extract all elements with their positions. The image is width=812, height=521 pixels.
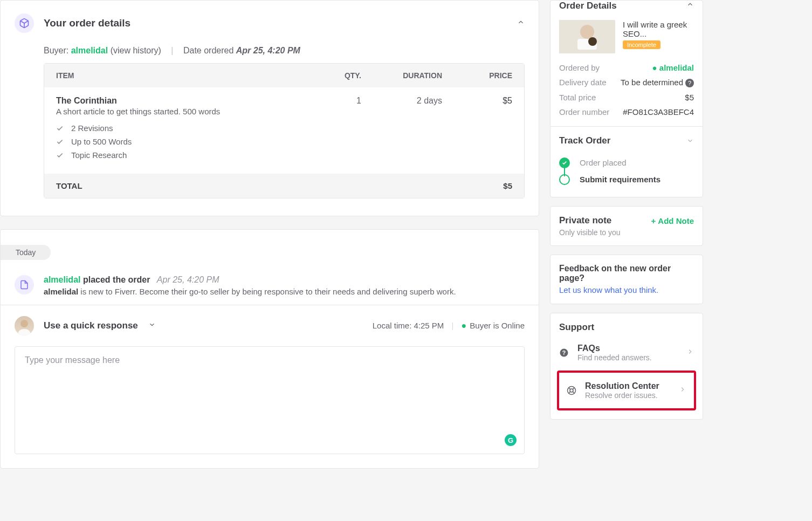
sidebar-order-details-title: Order Details — [559, 1, 617, 11]
svg-point-1 — [20, 320, 28, 327]
step-complete-icon — [559, 157, 570, 168]
buyer-label: Buyer: — [44, 46, 68, 55]
order-details-sidebar: Order Details I will write a greek SEO..… — [550, 0, 703, 197]
item-name: The Corinthian — [56, 96, 313, 106]
order-status-badge: Incomplete — [623, 40, 660, 49]
lifebuoy-icon — [567, 386, 576, 395]
item-feature: Topic Research — [56, 150, 313, 160]
date-separator: Today — [1, 245, 51, 260]
activity-buyer-link[interactable]: almelidal — [44, 275, 80, 284]
document-icon — [15, 275, 34, 294]
new-buyer-tip: is new to Fiverr. Become their go-to sel… — [78, 287, 456, 296]
message-input[interactable] — [25, 355, 514, 442]
activity-entry: almelidal placed the order Apr 25, 4:20 … — [1, 270, 539, 305]
order-number-value: #FO81C3A3BEFC4 — [623, 107, 694, 116]
buyer-info-row: Buyer: almelidal (view history) | Date o… — [44, 46, 525, 56]
question-circle-icon: ? — [559, 348, 569, 358]
online-indicator-icon: ● — [462, 321, 467, 330]
message-box: G — [15, 346, 525, 454]
feedback-title: Feedback on the new order page? — [559, 264, 694, 283]
svg-line-11 — [573, 392, 574, 393]
svg-line-13 — [569, 392, 570, 393]
total-label: TOTAL — [56, 181, 442, 190]
add-note-button[interactable]: + Add Note — [651, 216, 694, 225]
col-price-header: PRICE — [442, 71, 512, 80]
svg-line-12 — [573, 388, 574, 389]
private-note-title: Private note — [559, 215, 611, 226]
seller-avatar — [15, 316, 34, 335]
view-history-link[interactable]: (view history) — [111, 46, 161, 55]
ordered-by-link[interactable]: almelidal — [659, 63, 694, 72]
item-duration: 2 days — [361, 96, 442, 164]
chevron-down-icon[interactable] — [686, 137, 694, 145]
plus-icon: + — [651, 216, 656, 225]
check-icon — [56, 125, 64, 132]
support-title: Support — [559, 322, 694, 333]
quick-response-dropdown[interactable]: Use a quick response — [44, 320, 156, 331]
svg-point-3 — [580, 25, 594, 39]
total-price-label: Total price — [559, 93, 596, 102]
check-icon — [56, 152, 64, 159]
local-time-label: Local time: — [373, 321, 412, 330]
private-note-card: Private note + Add Note Only visible to … — [550, 206, 703, 246]
chevron-right-icon — [686, 348, 694, 358]
item-price: $5 — [442, 96, 512, 164]
svg-point-5 — [588, 37, 597, 46]
chevron-up-icon[interactable] — [686, 1, 694, 8]
gig-thumbnail[interactable] — [559, 20, 615, 53]
package-icon — [15, 13, 34, 33]
date-ordered-value: Apr 25, 4:20 PM — [236, 46, 300, 55]
item-qty: 1 — [313, 96, 361, 164]
col-item-header: ITEM — [56, 71, 313, 80]
item-feature: Up to 500 Words — [56, 137, 313, 146]
step-pending-icon — [559, 174, 570, 185]
total-value: $5 — [442, 181, 512, 190]
item-description: A short article to get things started. 5… — [56, 107, 313, 116]
buyer-name-link[interactable]: almelidal — [71, 46, 108, 55]
grammarly-icon[interactable]: G — [505, 434, 517, 446]
collapse-toggle[interactable] — [517, 18, 525, 28]
feedback-card: Feedback on the new order page? Let us k… — [550, 255, 703, 304]
total-price-value: $5 — [685, 93, 694, 102]
check-icon — [56, 138, 64, 146]
local-time-value: 4:25 PM — [414, 321, 444, 330]
chevron-up-icon — [517, 18, 525, 26]
track-step-order-placed: Order placed — [559, 155, 694, 170]
svg-text:?: ? — [562, 349, 566, 356]
chevron-right-icon — [679, 386, 686, 395]
date-ordered-label: Date ordered — [183, 46, 233, 55]
delivery-date-label: Delivery date — [559, 78, 607, 87]
faqs-link[interactable]: ? FAQs Find needed answers. — [559, 338, 694, 367]
svg-point-9 — [570, 389, 573, 392]
support-card: Support ? FAQs Find needed answers. — [550, 313, 703, 420]
track-step-submit-requirements[interactable]: Submit requirements — [559, 172, 694, 187]
resolution-center-link[interactable]: Resolution Center Resolve order issues. — [559, 376, 694, 405]
col-duration-header: DURATION — [361, 71, 442, 80]
help-icon[interactable]: ? — [685, 79, 694, 87]
delivery-date-value: To be determined — [621, 78, 683, 87]
feedback-link[interactable]: Let us know what you think. — [559, 285, 658, 294]
private-note-subtitle: Only visible to you — [559, 228, 694, 237]
resolution-center-highlight: Resolution Center Resolve order issues. — [557, 371, 696, 410]
new-buyer-name: almelidal — [44, 287, 78, 296]
order-details-card: Your order details Buyer: almelidal (vie… — [0, 0, 539, 216]
svg-line-10 — [569, 388, 570, 389]
activity-action: placed the order — [80, 275, 150, 284]
item-feature: 2 Revisions — [56, 124, 313, 133]
activity-card: Today almelidal placed the order Apr 25,… — [0, 229, 539, 469]
order-items-table: ITEM QTY. DURATION PRICE The Corinthian … — [44, 63, 525, 198]
ordered-by-label: Ordered by — [559, 63, 600, 72]
track-order-title: Track Order — [559, 135, 610, 146]
order-details-title: Your order details — [44, 17, 130, 29]
order-number-label: Order number — [559, 107, 609, 116]
gig-title-link[interactable]: I will write a greek SEO... — [623, 20, 694, 38]
buyer-online-status: Buyer is Online — [470, 321, 525, 330]
col-qty-header: QTY. — [313, 71, 361, 80]
chevron-down-icon — [148, 321, 156, 328]
activity-timestamp: Apr 25, 4:20 PM — [157, 275, 219, 284]
